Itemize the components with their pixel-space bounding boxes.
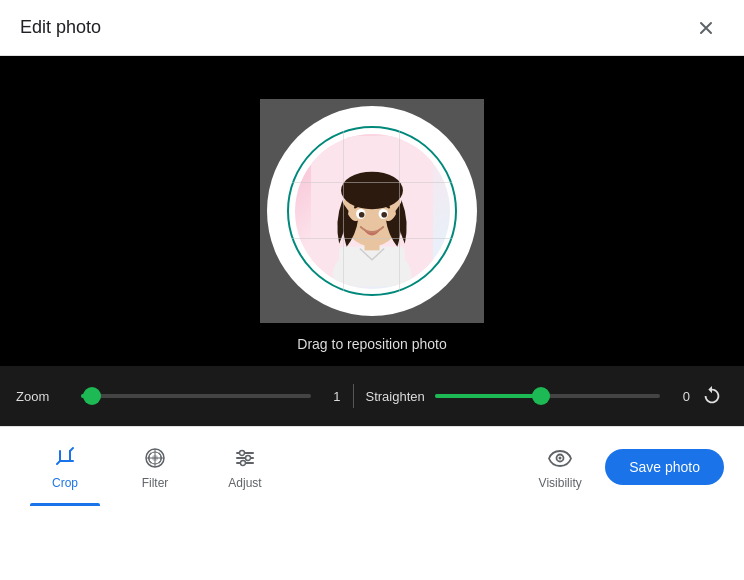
controls-divider bbox=[353, 384, 354, 408]
svg-point-19 bbox=[246, 455, 251, 460]
canvas-area: Drag to reposition photo bbox=[0, 56, 744, 366]
page-title: Edit photo bbox=[20, 17, 101, 38]
close-button[interactable] bbox=[688, 10, 724, 46]
zoom-slider-thumb bbox=[83, 387, 101, 405]
filter-tool-icon bbox=[141, 444, 169, 472]
tool-filter[interactable]: Filter bbox=[110, 436, 200, 498]
straighten-slider-thumb bbox=[532, 387, 550, 405]
zoom-group: Zoom 1 bbox=[16, 389, 341, 404]
visibility-tool-icon bbox=[546, 444, 574, 472]
straighten-value: 0 bbox=[670, 389, 690, 404]
filter-tool-label: Filter bbox=[142, 476, 169, 490]
adjust-tool-label: Adjust bbox=[228, 476, 261, 490]
straighten-label: Straighten bbox=[366, 389, 425, 404]
zoom-slider-track[interactable] bbox=[81, 394, 311, 398]
tool-visibility[interactable]: Visibility bbox=[515, 436, 605, 498]
reset-button[interactable] bbox=[696, 380, 728, 412]
header: Edit photo bbox=[0, 0, 744, 56]
tool-adjust[interactable]: Adjust bbox=[200, 436, 290, 498]
controls-area: Zoom 1 Straighten 0 bbox=[0, 366, 744, 426]
crop-tool-label: Crop bbox=[52, 476, 78, 490]
crop-tool-icon bbox=[51, 444, 79, 472]
drag-hint: Drag to reposition photo bbox=[297, 336, 446, 352]
zoom-value: 1 bbox=[321, 389, 341, 404]
reset-icon bbox=[701, 385, 723, 407]
straighten-slider-track[interactable] bbox=[435, 394, 660, 398]
visibility-tool-label: Visibility bbox=[539, 476, 582, 490]
tool-items-group: Crop Filter bbox=[20, 436, 605, 498]
svg-point-20 bbox=[241, 460, 246, 465]
straighten-group: Straighten 0 bbox=[366, 389, 691, 404]
svg-point-18 bbox=[240, 450, 245, 455]
adjust-tool-icon bbox=[231, 444, 259, 472]
zoom-label: Zoom bbox=[16, 389, 71, 404]
svg-point-22 bbox=[559, 456, 562, 459]
grid-overlay bbox=[287, 126, 457, 296]
save-photo-button[interactable]: Save photo bbox=[605, 449, 724, 485]
photo-container[interactable] bbox=[260, 99, 484, 323]
bottom-toolbar: Crop Filter bbox=[0, 426, 744, 506]
straighten-slider-fill bbox=[435, 394, 536, 398]
close-icon bbox=[696, 18, 716, 38]
tool-crop[interactable]: Crop bbox=[20, 436, 110, 498]
